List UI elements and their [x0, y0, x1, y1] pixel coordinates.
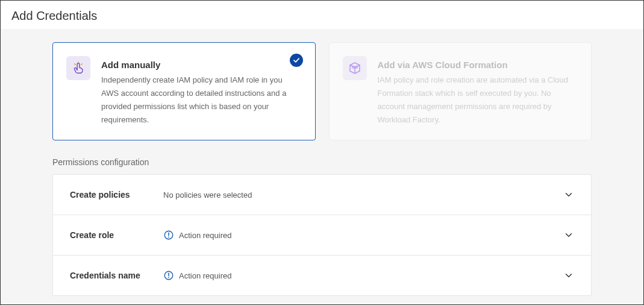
row-credentials-name-label: Credentials name [70, 271, 163, 280]
section-permissions-label: Permissions configuration [52, 157, 592, 167]
card-manual-title: Add manually [101, 60, 301, 70]
warning-icon [163, 270, 174, 281]
selected-check-icon [290, 54, 303, 67]
row-create-policies-value: No policies were selected [163, 190, 252, 200]
card-manual-description: Independently create IAM policy and IAM … [101, 74, 301, 127]
warning-icon [163, 230, 174, 241]
method-cards-row: Add manually Independently create IAM po… [52, 42, 592, 140]
card-add-cloudformation[interactable]: Add via AWS Cloud Formation IAM policy a… [329, 42, 592, 140]
chevron-down-icon [563, 230, 574, 241]
card-cloudformation-description: IAM policy and role creation are automat… [378, 74, 577, 127]
row-create-role-value: Action required [179, 231, 231, 240]
svg-point-4 [168, 237, 169, 238]
page-title: Add Credentials [1, 1, 643, 29]
card-cloudformation-title: Add via AWS Cloud Formation [378, 60, 577, 70]
row-create-policies[interactable]: Create policies No policies were selecte… [53, 175, 591, 215]
permissions-config-list: Create policies No policies were selecte… [52, 174, 592, 296]
content-area: Add manually Independently create IAM po… [1, 29, 643, 304]
chevron-down-icon [563, 189, 574, 200]
chevron-down-icon [563, 270, 574, 281]
row-create-role[interactable]: Create role Action required [53, 215, 591, 256]
hand-pointer-icon [66, 56, 90, 80]
row-create-policies-label: Create policies [70, 190, 163, 200]
svg-point-7 [168, 277, 169, 278]
cloudformation-stack-icon [343, 56, 367, 80]
row-credentials-name[interactable]: Credentials name Action required [53, 256, 591, 295]
card-add-manually[interactable]: Add manually Independently create IAM po… [52, 42, 316, 140]
row-credentials-name-value: Action required [179, 271, 231, 280]
row-create-role-label: Create role [70, 230, 163, 240]
